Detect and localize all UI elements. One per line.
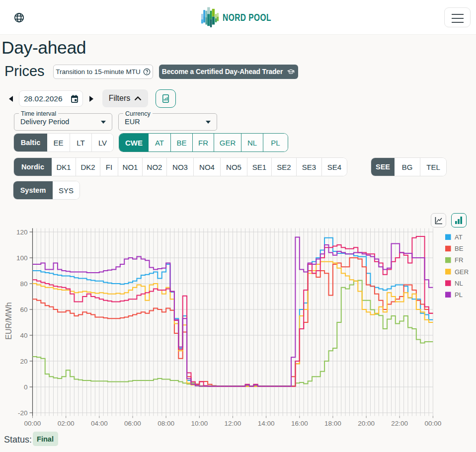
svg-text:18:00: 18:00 [324,420,341,427]
svg-text:16:00: 16:00 [291,420,308,427]
svg-text:10:00: 10:00 [191,420,208,427]
svg-text:20: 20 [20,358,27,365]
svg-text:120: 120 [16,228,28,236]
svg-text:14:00: 14:00 [258,420,275,427]
svg-text:04:00: 04:00 [91,420,108,427]
svg-text:100: 100 [16,254,28,262]
svg-text:40: 40 [20,332,27,339]
svg-text:00:00: 00:00 [425,420,442,427]
svg-text:06:00: 06:00 [124,420,141,427]
svg-text:20:00: 20:00 [358,420,375,427]
svg-text:-20: -20 [18,409,28,417]
svg-text:AT: AT [455,233,463,241]
svg-text:60: 60 [20,306,27,313]
svg-text:80: 80 [20,280,27,288]
svg-text:02:00: 02:00 [58,420,75,427]
svg-text:FR: FR [455,256,463,264]
svg-text:00:00: 00:00 [24,420,41,427]
svg-text:NL: NL [455,280,463,287]
svg-text:12:00: 12:00 [225,420,241,427]
svg-text:22:00: 22:00 [391,420,408,427]
svg-text:NORD POOL: NORD POOL [223,12,271,23]
svg-text:08:00: 08:00 [158,420,174,427]
svg-text:0: 0 [24,383,28,391]
svg-text:GER: GER [455,268,469,276]
svg-text:PL: PL [455,291,463,299]
svg-text:EUR/MWh: EUR/MWh [4,302,13,340]
svg-text:BE: BE [455,245,464,252]
